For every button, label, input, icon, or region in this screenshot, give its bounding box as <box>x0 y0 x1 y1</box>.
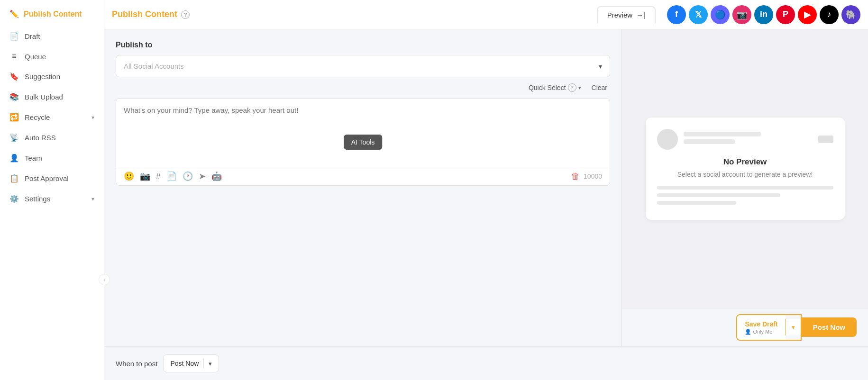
preview-card-header <box>657 129 833 150</box>
sidebar-item-draft[interactable]: 📄Draft <box>0 26 104 46</box>
social-icon-youtube[interactable]: ▶ <box>798 5 817 24</box>
top-header: Publish Content ? Preview →| f𝕏🔵📷inP▶♪🐘 <box>104 0 868 29</box>
preview-card: No Preview Select a social account to ge… <box>646 118 845 220</box>
suggestion-icon: 🔖 <box>9 72 19 81</box>
editor-toolbar: 🙂 📷 # 📄 🕐 ➤ 🤖 🗑 10000 <box>116 167 610 185</box>
team-icon: 👤 <box>9 154 19 163</box>
sidebar-item-recycle[interactable]: 🔁Recycle▾ <box>0 107 104 127</box>
sidebar-item-settings[interactable]: ⚙️Settings▾ <box>0 189 104 209</box>
wtp-divider <box>203 359 204 368</box>
no-preview-title: No Preview <box>657 157 833 167</box>
preview-line-1 <box>657 186 833 190</box>
social-icon-mastodon[interactable]: 🐘 <box>841 5 860 24</box>
user-icon: 👤 <box>745 328 751 335</box>
dropdown-chevron-icon: ▾ <box>599 63 602 70</box>
sidebar-item-label-team: Team <box>25 154 42 162</box>
when-to-post-label: When to post <box>116 360 157 368</box>
emoji-icon[interactable]: 🙂 <box>124 171 134 181</box>
social-icon-instagram[interactable]: 📷 <box>732 5 751 24</box>
preview-panel: No Preview Select a social account to ge… <box>621 29 868 346</box>
preview-content: No Preview Select a social account to ge… <box>622 29 868 308</box>
header-title: Publish Content ? <box>112 9 190 19</box>
preview-avatar <box>657 129 678 150</box>
publish-to-label: Publish to <box>116 41 610 49</box>
preview-line-3 <box>657 201 736 205</box>
accounts-dropdown[interactable]: All Social Accounts ▾ <box>116 55 610 77</box>
queue-icon: ≡ <box>9 52 19 61</box>
media-icon[interactable]: 📷 <box>140 171 150 181</box>
sidebar: ✏️ Publish Content 📄Draft≡Queue🔖Suggesti… <box>0 0 104 380</box>
help-icon[interactable]: ? <box>181 10 190 19</box>
sidebar-logo: ✏️ Publish Content <box>0 6 104 26</box>
hashtag-icon[interactable]: # <box>156 172 161 181</box>
sidebar-title: Publish Content <box>24 10 82 18</box>
char-count-wrapper: 🗑 10000 <box>571 172 602 181</box>
sidebar-item-label-recycle: Recycle <box>25 113 50 121</box>
ai-tools-button[interactable]: AI Tools <box>344 135 383 150</box>
pencil-icon: ✏️ <box>9 9 19 18</box>
ai-robot-icon[interactable]: 🤖 <box>211 171 222 181</box>
post-timing-select[interactable]: Post Now ▾ <box>163 354 219 372</box>
preview-date-line <box>684 139 735 144</box>
preview-footer-lines <box>657 186 833 205</box>
when-to-post-bar: When to post Post Now ▾ <box>104 346 868 380</box>
preview-options-btn <box>818 136 833 143</box>
content-textarea[interactable] <box>116 99 610 165</box>
sidebar-item-post-approval[interactable]: 📋Post Approval <box>0 168 104 189</box>
document-icon[interactable]: 📄 <box>166 171 177 181</box>
social-icon-linkedin[interactable]: in <box>754 5 773 24</box>
draft-icon: 📄 <box>9 32 19 41</box>
auto-rss-icon: 📡 <box>9 133 19 142</box>
clock-icon[interactable]: 🕐 <box>183 171 193 181</box>
quick-select-label: Quick Select ? ▾ <box>529 83 581 92</box>
sidebar-item-label-draft: Draft <box>25 32 40 40</box>
bulk-upload-icon: 📚 <box>9 92 19 101</box>
social-icon-tiktok[interactable]: ♪ <box>820 5 839 24</box>
sidebar-item-queue[interactable]: ≡Queue <box>0 46 104 66</box>
recycle-icon: 🔁 <box>9 113 19 122</box>
text-editor: AI Tools 🙂 📷 # 📄 🕐 ➤ 🤖 🗑 10000 <box>116 98 610 186</box>
send-icon[interactable]: ➤ <box>199 171 206 181</box>
post-now-button[interactable]: Post Now <box>802 317 857 337</box>
social-icon-pinterest[interactable]: P <box>776 5 795 24</box>
preview-button[interactable]: Preview →| <box>597 6 656 24</box>
sidebar-item-bulk-upload[interactable]: 📚Bulk Upload <box>0 87 104 107</box>
post-timing-value: Post Now <box>170 360 199 367</box>
preview-arrow-icon: →| <box>636 11 645 19</box>
sidebar-item-team[interactable]: 👤Team <box>0 148 104 168</box>
sidebar-item-label-settings: Settings <box>25 195 50 203</box>
recycle-chevron-icon: ▾ <box>91 114 94 121</box>
sidebar-item-label-queue: Queue <box>25 53 46 61</box>
clear-button[interactable]: Clear <box>589 83 610 92</box>
sidebar-item-auto-rss[interactable]: 📡Auto RSS <box>0 127 104 148</box>
bottom-action-bar: Save Draft 👤 Only Me ▾ Post Now <box>622 308 868 346</box>
publish-area: Publish to All Social Accounts ▾ Quick S… <box>104 29 621 346</box>
settings-icon: ⚙️ <box>9 194 19 203</box>
save-draft-sublabel: 👤 Only Me <box>745 328 772 335</box>
main-wrapper: Publish Content ? Preview →| f𝕏🔵📷inP▶♪🐘 … <box>104 0 868 380</box>
char-count: 10000 <box>584 172 602 180</box>
accounts-placeholder: All Social Accounts <box>124 62 184 70</box>
content-area: Publish to All Social Accounts ▾ Quick S… <box>104 29 868 346</box>
post-approval-icon: 📋 <box>9 174 19 183</box>
save-draft-group: Save Draft 👤 Only Me ▾ <box>736 314 801 341</box>
social-icon-mastodon2[interactable]: 🔵 <box>711 5 730 24</box>
social-icon-twitter[interactable]: 𝕏 <box>689 5 708 24</box>
preview-lines <box>684 132 813 147</box>
quick-select-row: Quick Select ? ▾ Clear <box>116 83 610 92</box>
no-preview-subtitle: Select a social account to generate a pr… <box>657 171 833 178</box>
sidebar-collapse-button[interactable]: ‹ <box>99 274 110 285</box>
sidebar-item-suggestion[interactable]: 🔖Suggestion <box>0 66 104 87</box>
quick-select-help-icon[interactable]: ? <box>568 83 576 92</box>
quick-select-chevron-icon[interactable]: ▾ <box>578 85 581 91</box>
sidebar-item-label-auto-rss: Auto RSS <box>25 134 56 142</box>
preview-label: Preview <box>607 11 632 19</box>
sidebar-item-label-bulk-upload: Bulk Upload <box>25 93 63 101</box>
settings-chevron-icon: ▾ <box>91 196 94 202</box>
delete-icon[interactable]: 🗑 <box>571 172 580 181</box>
wtp-chevron-icon: ▾ <box>209 360 212 367</box>
save-draft-button[interactable]: Save Draft 👤 Only Me <box>737 315 785 340</box>
social-icon-facebook[interactable]: f <box>667 5 686 24</box>
save-draft-dropdown-button[interactable]: ▾ <box>786 319 801 335</box>
preview-name-line <box>684 132 761 136</box>
